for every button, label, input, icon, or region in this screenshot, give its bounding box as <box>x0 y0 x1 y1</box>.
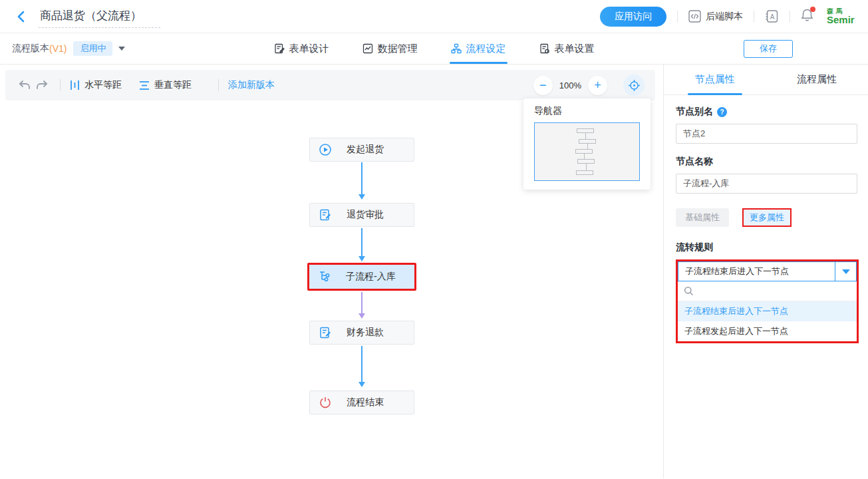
flow-rule-select[interactable]: 子流程结束后进入下一节点 <box>678 261 857 281</box>
tab-label: 表单设计 <box>289 43 329 55</box>
navigator-panel: 导航器 <box>523 98 651 190</box>
node-name-input[interactable] <box>676 174 857 194</box>
horizontal-align-label: 水平等距 <box>84 79 122 91</box>
dropdown-search[interactable] <box>678 281 857 301</box>
flow-rule-label-row: 流转规则 <box>676 241 857 253</box>
backend-script-button[interactable]: 后端脚本 <box>688 10 743 23</box>
data-manage-icon <box>362 43 373 54</box>
backend-script-label: 后端脚本 <box>706 11 743 23</box>
notification-dot <box>810 7 815 12</box>
canvas-toolbar: 水平等距 垂直等距 添加新版本 − 100% + <box>5 70 655 100</box>
node-start-return[interactable]: 发起退货 <box>309 138 414 162</box>
redo-icon <box>35 80 49 90</box>
version-label: 流程版本 <box>12 43 49 55</box>
save-button[interactable]: 保存 <box>744 40 793 58</box>
mini-link <box>586 164 587 170</box>
node-label: 子流程-入库 <box>346 271 396 283</box>
flow-canvas[interactable]: 水平等距 垂直等距 添加新版本 − 100% + <box>0 65 663 478</box>
code-icon <box>688 10 701 23</box>
brand-logo-en: Semir <box>827 15 856 25</box>
zoom-in-button[interactable]: + <box>588 76 607 95</box>
flow-arrow <box>361 346 362 386</box>
mini-node <box>577 159 595 164</box>
tab-label: 表单设置 <box>555 43 595 55</box>
vertical-align-button[interactable]: 垂直等距 <box>139 79 192 91</box>
version-dropdown-caret[interactable] <box>118 47 125 51</box>
subprocess-icon <box>318 270 331 283</box>
flow-rule-dropdown-group: 子流程结束后进入下一节点 子流程结束后进入下一节点 子流程发起后进入下一节点 <box>676 259 859 343</box>
dropdown-option-1[interactable]: 子流程结束后进入下一节点 <box>678 301 857 321</box>
divider <box>218 79 219 91</box>
node-subprocess-inbound[interactable]: 子流程-入库 <box>307 263 416 291</box>
contacts-button[interactable]: A <box>765 9 779 23</box>
power-icon <box>319 396 332 409</box>
form-edit-icon <box>319 208 332 222</box>
node-label: 发起退货 <box>347 144 384 156</box>
module-tabs: 表单设计 数据管理 流程设定 表单设置 <box>0 33 868 64</box>
mini-node <box>577 128 594 133</box>
svg-text:A: A <box>770 13 775 21</box>
add-version-link[interactable]: 添加新版本 <box>228 79 275 91</box>
mini-link <box>584 154 585 159</box>
undo-button[interactable] <box>16 78 33 92</box>
tab-data-manage[interactable]: 数据管理 <box>362 33 418 64</box>
basic-properties-button[interactable]: 基础属性 <box>676 208 729 227</box>
flow-arrow-purple <box>361 292 362 317</box>
workflow-designer-app: 商品退货（父流程） 应用访问 后端脚本 A 森馬 Semir <box>0 0 868 479</box>
node-finance-refund[interactable]: 财务退款 <box>309 321 414 345</box>
node-alias-label-row: 节点别名 ? <box>676 106 857 118</box>
tab-form-design[interactable]: 表单设计 <box>274 33 329 64</box>
page-title-editable[interactable]: 商品退货（父流程） <box>39 5 160 28</box>
chevron-left-icon <box>16 11 27 23</box>
form-setting-icon <box>539 43 550 54</box>
node-alias-label: 节点别名 <box>676 106 713 118</box>
navigator-minimap[interactable] <box>534 122 640 181</box>
process-version: 流程版本 (V1) 启用中 <box>12 41 125 56</box>
select-caret-area[interactable] <box>835 262 856 281</box>
node-return-approval[interactable]: 退货审批 <box>309 203 414 227</box>
version-tab-bar: 流程版本 (V1) 启用中 表单设计 数据管理 流程设定 表单设置 保存 <box>0 33 868 65</box>
tab-form-setting[interactable]: 表单设置 <box>539 33 595 64</box>
brand-logo: 森馬 Semir <box>827 8 856 25</box>
divider <box>790 11 790 23</box>
zoom-out-button[interactable]: − <box>533 76 553 95</box>
flow-arrow <box>361 162 362 198</box>
locate-button[interactable] <box>623 75 645 96</box>
tab-node-properties[interactable]: 节点属性 <box>664 65 766 94</box>
undo-icon <box>18 80 31 90</box>
mini-node <box>579 139 596 144</box>
mini-link <box>585 133 586 139</box>
tab-flow-properties[interactable]: 流程属性 <box>766 65 868 94</box>
node-label: 财务退款 <box>347 327 384 339</box>
horizontal-align-button[interactable]: 水平等距 <box>70 79 122 91</box>
properties-tabs: 节点属性 流程属性 <box>664 65 868 95</box>
crosshair-icon <box>628 79 641 92</box>
mini-link <box>587 144 588 149</box>
tab-flow-setting[interactable]: 流程设定 <box>451 33 506 64</box>
divider <box>677 11 678 23</box>
node-flow-end[interactable]: 流程结束 <box>309 391 414 414</box>
page-title: 商品退货（父流程） <box>40 9 142 22</box>
navigator-title: 导航器 <box>534 105 640 117</box>
tab-label: 流程设定 <box>466 43 506 55</box>
redo-button[interactable] <box>33 78 51 92</box>
main-area: 水平等距 垂直等距 添加新版本 − 100% + <box>0 65 868 478</box>
header-actions: 应用访问 后端脚本 A 森馬 Semir <box>600 7 856 27</box>
back-button[interactable] <box>13 9 29 25</box>
app-access-button[interactable]: 应用访问 <box>600 7 666 27</box>
top-header: 商品退货（父流程） 应用访问 后端脚本 A 森馬 Semir <box>0 0 868 33</box>
caret-down-icon <box>842 269 850 274</box>
more-properties-button[interactable]: 更多属性 <box>742 208 792 227</box>
node-name-label-row: 节点名称 <box>676 156 857 168</box>
status-badge: 启用中 <box>73 41 112 56</box>
horizontal-equidistant-icon <box>70 80 80 90</box>
notifications-button[interactable] <box>801 8 813 25</box>
node-label: 退货审批 <box>347 209 384 221</box>
node-alias-input[interactable] <box>676 124 857 144</box>
divider <box>754 11 754 23</box>
dropdown-option-2[interactable]: 子流程发起后进入下一节点 <box>678 321 857 341</box>
mini-node <box>576 170 593 175</box>
help-icon[interactable]: ? <box>717 107 727 117</box>
flow-rule-selected-value: 子流程结束后进入下一节点 <box>678 262 835 281</box>
vertical-equidistant-icon <box>139 80 150 90</box>
